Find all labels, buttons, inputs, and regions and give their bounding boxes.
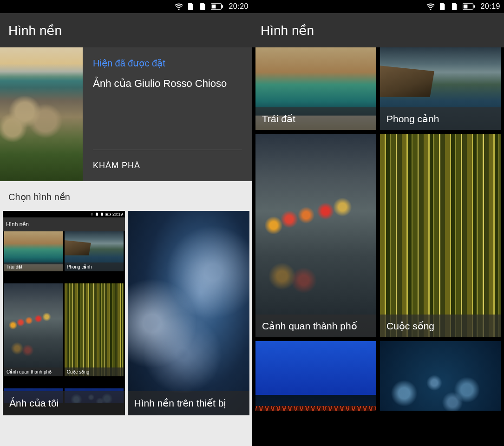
sim-icon — [451, 2, 459, 11]
mini-tile-earth: Trái đất — [4, 231, 63, 271]
my-photos-tile[interactable]: 20:19 Hình nền Trái đất Phong cảnh Cảnh … — [3, 211, 125, 415]
category-tile-life[interactable]: Cuộc sống — [380, 134, 501, 337]
wifi-icon — [426, 2, 435, 11]
status-bar: 20:19 — [252, 0, 504, 13]
phone-left: 20:20 Hình nền Hiện đã được đặt Ảnh của … — [0, 0, 252, 446]
battery-icon — [463, 3, 475, 10]
category-tile-extra[interactable] — [380, 341, 501, 411]
device-wallpapers-label: Hình nền trên thiết bị — [128, 391, 250, 415]
svg-rect-8 — [474, 5, 475, 7]
svg-rect-4 — [106, 213, 108, 215]
content: Hiện đã được đặt Ảnh của Giulio Rosso Ch… — [0, 47, 252, 446]
category-label: Trái đất — [255, 107, 376, 130]
current-wallpaper-author: Ảnh của Giulio Rosso Chioso — [93, 77, 242, 90]
content[interactable]: Trái đất Phong cảnh Cảnh quan thành phố … — [252, 47, 504, 446]
wallpaper-source-grid: 20:19 Hình nền Trái đất Phong cảnh Cảnh … — [0, 211, 252, 446]
svg-rect-1 — [212, 5, 216, 9]
mini-tile-label: Cuộc sống — [65, 367, 124, 376]
app-title: Hình nền — [8, 23, 62, 38]
wifi-icon — [175, 2, 183, 11]
mini-tile-city: Cảnh quan thành phố — [4, 283, 63, 376]
battery-icon — [105, 213, 111, 216]
category-grid: Trái đất Phong cảnh Cảnh quan thành phố … — [252, 47, 504, 411]
sim-icon — [95, 212, 99, 216]
clock: 20:19 — [480, 2, 500, 11]
svg-rect-7 — [464, 5, 468, 9]
mini-tile-label: Cảnh quan thành phố — [4, 367, 63, 376]
mini-header: Hình nền — [3, 217, 125, 231]
clock: 20:20 — [229, 2, 249, 11]
wifi-icon — [90, 212, 94, 216]
mini-grid: Trái đất Phong cảnh Cảnh quan thành phố … — [3, 231, 125, 415]
mini-clock: 20:19 — [112, 212, 123, 216]
svg-rect-2 — [222, 5, 223, 7]
app-header: Hình nền — [252, 13, 504, 47]
category-label: Phong cảnh — [380, 107, 501, 130]
current-wallpaper-thumbnail[interactable] — [0, 47, 83, 181]
category-tile-extra[interactable] — [255, 341, 376, 411]
explore-button[interactable]: KHÁM PHÁ — [93, 150, 242, 181]
sim-icon — [100, 212, 104, 216]
svg-rect-5 — [111, 214, 111, 215]
tile-decoration — [255, 395, 376, 411]
my-photos-label: Ảnh của tôi — [3, 391, 125, 415]
phone-right: 20:19 Hình nền Trái đất Phong cảnh Cảnh … — [252, 0, 504, 446]
category-tile-cityscape[interactable]: Cảnh quan thành phố — [255, 134, 376, 337]
explore-button-label: KHÁM PHÁ — [93, 161, 140, 171]
current-wallpaper-info: Hiện đã được đặt Ảnh của Giulio Rosso Ch… — [83, 47, 252, 181]
mini-tile-label: Phong cảnh — [65, 262, 124, 271]
mini-tile-landscape: Phong cảnh — [65, 231, 124, 271]
sim-icon — [199, 2, 207, 11]
mini-tile-label: Trái đất — [4, 262, 63, 271]
status-bar: 20:20 — [0, 0, 252, 13]
mini-tile-life: Cuộc sống — [65, 283, 124, 376]
sim-icon — [439, 2, 447, 11]
sim-icon — [187, 2, 195, 11]
current-wallpaper-status: Hiện đã được đặt — [93, 58, 242, 69]
category-tile-earth[interactable]: Trái đất — [255, 47, 376, 130]
device-wallpapers-tile[interactable]: Hình nền trên thiết bị — [128, 211, 250, 415]
category-tile-landscape[interactable]: Phong cảnh — [380, 47, 501, 130]
category-label: Cảnh quan thành phố — [255, 315, 376, 337]
battery-icon — [211, 3, 223, 10]
app-title: Hình nền — [261, 23, 314, 38]
current-wallpaper-hero: Hiện đã được đặt Ảnh của Giulio Rosso Ch… — [0, 47, 252, 181]
app-header: Hình nền — [0, 13, 252, 47]
mini-status-bar: 20:19 — [3, 211, 125, 217]
choose-wallpaper-heading: Chọn hình nền — [0, 181, 252, 211]
mini-title: Hình nền — [6, 221, 29, 228]
category-label: Cuộc sống — [380, 315, 501, 337]
my-photos-preview: 20:19 Hình nền Trái đất Phong cảnh Cảnh … — [3, 211, 125, 415]
